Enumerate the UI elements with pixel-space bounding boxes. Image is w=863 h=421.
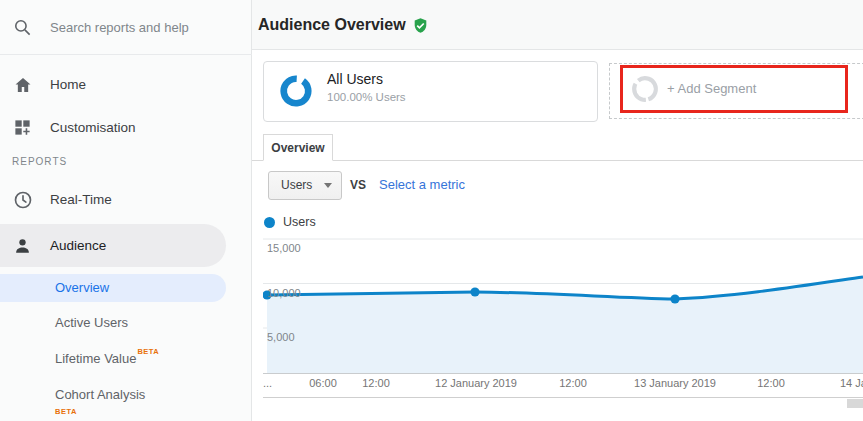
sidebar-item-overview[interactable]: Overview <box>0 274 226 302</box>
customisation-icon <box>13 118 33 138</box>
search-icon <box>13 18 33 38</box>
home-icon <box>13 75 33 95</box>
x-axis-label: ... <box>263 377 272 389</box>
sidebar-item-home[interactable]: Home <box>0 64 252 106</box>
x-axis-label: 06:00 <box>309 377 337 389</box>
y-axis-label: 10,000 <box>267 287 301 299</box>
page-title: Audience Overview <box>258 0 406 50</box>
sidebar-item-label: Active Users <box>55 315 128 330</box>
sidebar-item-label: Overview <box>55 274 109 302</box>
sidebar-item-customisation[interactable]: Customisation <box>0 107 252 149</box>
beta-badge: BETA <box>55 407 77 416</box>
chevron-down-icon <box>324 183 332 188</box>
legend-label: Users <box>283 215 316 229</box>
x-axis-label: 12 January 2019 <box>435 377 517 389</box>
x-axis-label: 12:00 <box>757 377 785 389</box>
segment-title: All Users <box>327 71 383 87</box>
chart-plot[interactable] <box>263 235 863 375</box>
sidebar-item-label: Audience <box>50 224 106 267</box>
search-placeholder: Search reports and help <box>50 0 189 55</box>
vs-label: vs <box>350 178 366 192</box>
sidebar-item-label: Home <box>50 64 86 106</box>
x-axis-label: 12:00 <box>362 377 390 389</box>
sidebar-item-label: Real-Time <box>50 179 112 221</box>
sidebar: Search reports and help Home Customisati… <box>0 0 252 421</box>
sidebar-item-label: Lifetime Value <box>55 351 136 366</box>
scrollbar-thumb[interactable] <box>847 399 863 408</box>
analytics-app: Search reports and help Home Customisati… <box>0 0 863 421</box>
tab-overview[interactable]: Overview <box>263 134 333 161</box>
sidebar-item-cohort-analysis[interactable]: Cohort Analysis BETA <box>55 387 145 417</box>
x-axis-label: 12:00 <box>559 377 587 389</box>
y-axis-label: 5,000 <box>267 331 295 343</box>
legend-dot-users <box>264 217 275 228</box>
segment-donut-icon <box>279 74 313 112</box>
sidebar-item-lifetime-value[interactable]: Lifetime ValueBETA <box>55 351 159 366</box>
reports-section-label: REPORTS <box>12 156 67 167</box>
x-axis-label: 13 January 2019 <box>634 377 716 389</box>
all-users-segment-card[interactable] <box>263 61 598 122</box>
search-input[interactable]: Search reports and help <box>0 0 252 55</box>
sidebar-item-active-users[interactable]: Active Users <box>55 315 128 330</box>
clock-icon <box>13 190 33 210</box>
y-axis-label: 15,000 <box>267 242 301 254</box>
data-point-marker <box>670 294 679 303</box>
select-a-metric-link[interactable]: Select a metric <box>379 177 465 192</box>
metric-dropdown[interactable]: Users <box>268 171 342 200</box>
panel-divider <box>263 397 863 398</box>
tab-divider <box>252 160 863 161</box>
segment-subtitle: 100.00% Users <box>327 91 406 103</box>
sidebar-item-real-time[interactable]: Real-Time <box>0 179 252 221</box>
person-icon <box>13 236 33 256</box>
data-point-marker <box>470 287 479 296</box>
sidebar-item-audience[interactable]: Audience <box>0 224 226 267</box>
annotation-highlight-box <box>620 65 848 113</box>
sidebar-item-label: Customisation <box>50 107 136 149</box>
x-axis-label: 14 Jan <box>840 377 863 389</box>
shield-check-icon <box>412 17 429 34</box>
sidebar-item-label: Cohort Analysis <box>55 387 145 402</box>
beta-badge: BETA <box>137 347 159 356</box>
metric-dropdown-value: Users <box>281 172 312 199</box>
